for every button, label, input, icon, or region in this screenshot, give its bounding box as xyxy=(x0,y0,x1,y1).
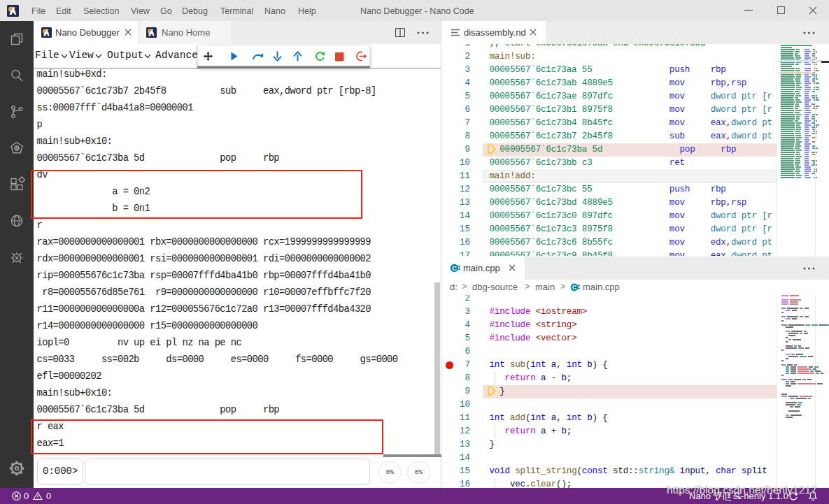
svg-text:C: C xyxy=(572,284,577,291)
svg-text:C: C xyxy=(452,264,457,272)
